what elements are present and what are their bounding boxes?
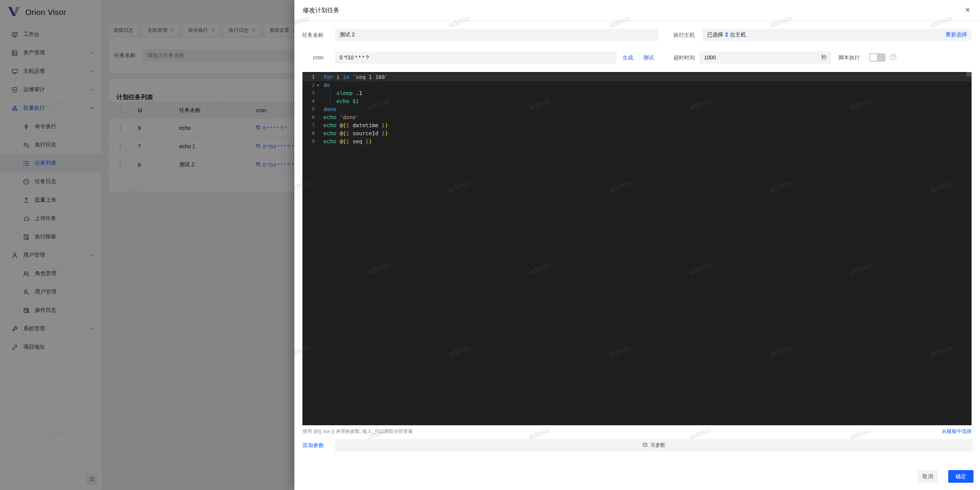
editor-line-9[interactable]: 9echo @{{ seq }} [302, 138, 972, 146]
line-number: 4 [302, 97, 315, 105]
script-code-editor[interactable]: 1for i in `seq 1 100`2do3 sleep .14 echo… [302, 72, 972, 425]
no-param-label: 无参数 [650, 442, 665, 449]
screen: Orion Visor 工作台资产管理主机运维运维审计批量执行命令执行执行日志任… [0, 0, 980, 490]
exec-host-field[interactable]: 已选择2台主机 重新选择 [702, 29, 972, 41]
toggle-knob [870, 54, 877, 61]
editor-line-7[interactable]: 7echo @{{ datetime }} [302, 121, 972, 129]
editor-line-3[interactable]: 3 sleep .1 [302, 89, 972, 97]
line-number: 2 [302, 81, 315, 89]
line-number: 8 [302, 129, 315, 138]
choose-from-template-link[interactable]: 从模板中选择 [942, 428, 972, 435]
param-hint-row: 使用 @{{ xxx }} 来替换参数, 输入_可以获取全部变量 从模板中选择 [302, 428, 972, 435]
empty-box-icon [642, 442, 648, 449]
line-number: 3 [302, 89, 315, 97]
host-selected-prefix: 已选择 [707, 31, 723, 38]
help-icon[interactable]: ? [890, 54, 896, 60]
divider [639, 55, 640, 60]
host-selected-suffix: 台主机 [730, 31, 746, 38]
cron-test-button[interactable]: 测试 [643, 51, 654, 64]
exec-host-label: 执行主机 [660, 29, 695, 41]
editor-line-8[interactable]: 8echo @{{ sourceId }} [302, 129, 972, 138]
line-number: 9 [302, 138, 315, 146]
cron-input[interactable]: 0 */10 * * * ? [335, 51, 616, 64]
editor-line-1[interactable]: 1for i in `seq 1 100` [302, 73, 972, 81]
task-name-label: 任务名称 [302, 29, 323, 41]
confirm-button[interactable]: 确定 [948, 470, 973, 483]
host-selected-count: 2 [725, 31, 728, 38]
script-exec-label: 脚本执行 [838, 51, 860, 64]
timeout-label: 超时时间 [660, 51, 695, 64]
cron-label: cron [302, 51, 323, 64]
line-number: 1 [302, 73, 315, 81]
modal-title: 修改计划任务 [303, 0, 340, 21]
line-number: 5 [302, 105, 315, 113]
line-number: 7 [302, 121, 315, 129]
no-param-area: 无参数 [335, 439, 973, 451]
timeout-unit: 秒 [821, 54, 826, 61]
task-name-input[interactable]: 测试 2 [335, 29, 658, 41]
script-exec-toggle[interactable] [869, 53, 885, 62]
timeout-input[interactable]: 1000 秒 [699, 51, 831, 64]
cron-generate-button[interactable]: 生成 [622, 51, 633, 64]
line-number: 6 [302, 113, 315, 121]
modal-header: 修改计划任务 × [294, 0, 980, 21]
editor-scrollbar[interactable] [966, 72, 972, 76]
editor-line-6[interactable]: 6echo 'done' [302, 113, 972, 121]
param-hint-text: 使用 @{{ xxx }} 来替换参数, 输入_可以获取全部变量 [302, 428, 413, 435]
editor-line-2[interactable]: 2do [302, 81, 972, 89]
editor-line-4[interactable]: 4 echo $i [302, 97, 972, 105]
edit-scheduled-task-modal: 修改计划任务 × 任务名称 测试 2 执行主机 已选择2台主机 重新选择 cro… [294, 0, 980, 490]
editor-line-5[interactable]: 5done [302, 105, 972, 113]
add-param-button[interactable]: 添加参数 [302, 439, 324, 451]
reselect-hosts-link[interactable]: 重新选择 [946, 31, 967, 38]
close-icon[interactable]: × [965, 5, 970, 15]
fold-chevron-icon[interactable] [315, 81, 321, 89]
cancel-button[interactable]: 取消 [918, 470, 938, 483]
